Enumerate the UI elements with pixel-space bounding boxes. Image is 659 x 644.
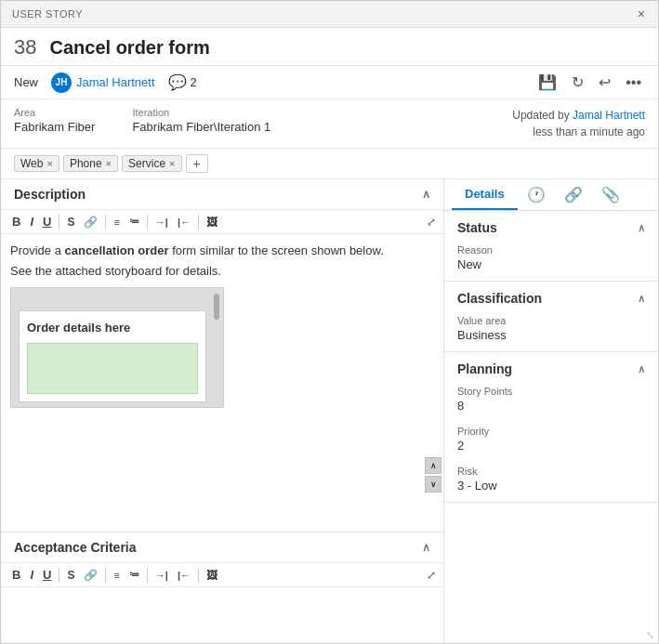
status-header[interactable]: Status ∧ [444, 211, 658, 241]
tag-web-remove[interactable]: × [46, 159, 52, 169]
link-button[interactable]: 🔗 [80, 215, 101, 230]
priority-label: Priority [457, 426, 645, 437]
resize-handle[interactable]: ⤡ [646, 629, 654, 641]
scrollbar-thumb [214, 294, 219, 320]
storyboard-inner: Order details here [19, 310, 206, 402]
criteria-italic-button[interactable]: I [26, 567, 37, 583]
right-panel: Details 🕐 🔗 📎 Status ∧ Reason New [444, 179, 658, 643]
description-section: Description ∧ B I U S 🔗 ≡ ≔ →| |← [1, 179, 443, 532]
meta-row: Area Fabrikam Fiber Iteration Fabrikam F… [1, 99, 658, 149]
dialog-header: USER STORY × [1, 1, 658, 28]
story-title: Cancel order form [49, 37, 209, 59]
criteria-link-button[interactable]: 🔗 [80, 568, 101, 583]
tag-phone-label: Phone [70, 157, 102, 170]
tag-service-label: Service [128, 157, 165, 170]
close-button[interactable]: × [636, 7, 647, 21]
toolbar-sep-2 [105, 215, 106, 230]
add-tag-button[interactable]: + [186, 154, 208, 173]
iteration-label: Iteration [132, 107, 270, 118]
description-chevron: ∧ [422, 188, 430, 201]
area-label: Area [14, 107, 95, 118]
right-tabs: Details 🕐 🔗 📎 [444, 179, 658, 211]
updated-by-name: Jamal Hartnett [573, 109, 645, 122]
toolbar-sep-4 [198, 215, 199, 230]
assignee-field[interactable]: JH Jamal Hartnett [51, 72, 155, 93]
criteria-content[interactable] [1, 587, 443, 643]
tag-web-label: Web [20, 157, 43, 170]
more-button[interactable]: ••• [622, 72, 645, 93]
description-editor-toolbar: B I U S 🔗 ≡ ≔ →| |← 🖼 ⤢ [1, 209, 443, 234]
tag-phone-remove[interactable]: × [106, 159, 112, 169]
reason-label: Reason [457, 244, 645, 256]
tab-attach-icon[interactable]: 📎 [592, 179, 629, 210]
comment-button[interactable]: 💬 2 [168, 73, 197, 91]
toolbar-sep-3 [147, 215, 148, 230]
description-text-p2: See the attached storyboard for details. [10, 262, 434, 281]
area-value: Fabrikam Fiber [14, 120, 95, 134]
criteria-underline-button[interactable]: U [39, 567, 55, 583]
left-panel: Description ∧ B I U S 🔗 ≡ ≔ →| |← [1, 179, 444, 643]
story-number: 38 [14, 35, 36, 59]
comment-count: 2 [191, 75, 197, 89]
strikethrough-button[interactable]: S [63, 215, 78, 230]
value-area-value: Business [457, 328, 645, 342]
dialog-type-label: USER STORY [12, 8, 83, 20]
criteria-image-button[interactable]: 🖼 [203, 568, 221, 583]
refresh-button[interactable]: ↻ [568, 72, 587, 93]
ol-button[interactable]: ≡ [110, 216, 123, 229]
tag-web: Web × [14, 155, 59, 172]
tab-details[interactable]: Details [452, 179, 518, 210]
criteria-ul-button[interactable]: ≔ [125, 568, 143, 582]
tag-service-remove[interactable]: × [169, 159, 175, 169]
criteria-outdent-button[interactable]: |← [174, 569, 194, 582]
updated-by-text: Updated by Jamal Hartnett [512, 107, 645, 124]
title-row: 38 Cancel order form [1, 28, 658, 66]
storyboard-image: Order details here [10, 287, 224, 408]
priority-value: 2 [457, 439, 645, 453]
assignee-name: Jamal Hartnett [76, 75, 155, 89]
priority-field: Priority 2 [444, 422, 658, 462]
storyboard-title: Order details here [27, 319, 198, 337]
iteration-value: Fabrikam Fiber\Iteration 1 [132, 120, 270, 134]
tab-link-icon[interactable]: 🔗 [555, 179, 592, 210]
reason-field: Reason New [444, 241, 658, 281]
criteria-editor-toolbar: B I U S 🔗 ≡ ≔ →| |← 🖼 ⤢ [1, 562, 443, 587]
classification-header[interactable]: Classification ∧ [444, 282, 658, 311]
classification-label: Classification [457, 291, 542, 306]
indent-button[interactable]: →| [152, 216, 172, 229]
criteria-expand-button[interactable]: ⤢ [427, 569, 436, 582]
status-section: Status ∧ Reason New [444, 211, 658, 282]
content-area: Description ∧ B I U S 🔗 ≡ ≔ →| |← [1, 179, 658, 643]
description-text-p1: Provide a cancellation order form simila… [10, 242, 434, 260]
ul-button[interactable]: ≔ [125, 215, 143, 229]
area-block: Area Fabrikam Fiber [14, 107, 95, 134]
criteria-header[interactable]: Acceptance Criteria ∧ [1, 532, 443, 562]
iteration-block: Iteration Fabrikam Fiber\Iteration 1 [132, 107, 270, 134]
undo-button[interactable]: ↩ [595, 72, 614, 93]
criteria-ol-button[interactable]: ≡ [110, 569, 123, 582]
toolbar-sep-1 [59, 215, 59, 230]
description-label: Description [14, 187, 86, 202]
bold-button[interactable]: B [8, 214, 24, 230]
save-button[interactable]: 💾 [534, 72, 560, 93]
scroll-up-btn[interactable]: ∧ [425, 457, 442, 474]
italic-button[interactable]: I [26, 214, 37, 230]
scroll-down-btn[interactable]: ∨ [425, 476, 442, 493]
criteria-s-button[interactable]: S [63, 568, 78, 583]
planning-section: Planning ∧ Story Points 8 Priority 2 Ris… [444, 352, 658, 503]
toolbar-actions: 💾 ↻ ↩ ••• [534, 72, 645, 93]
underline-button[interactable]: U [39, 214, 55, 230]
tag-service: Service × [122, 155, 181, 172]
image-button[interactable]: 🖼 [203, 215, 221, 230]
description-content[interactable]: Provide a cancellation order form simila… [1, 234, 443, 532]
tags-row: Web × Phone × Service × + [1, 149, 658, 179]
classification-section: Classification ∧ Value area Business [444, 282, 658, 352]
expand-button[interactable]: ⤢ [427, 216, 436, 229]
outdent-button[interactable]: |← [174, 216, 194, 229]
description-header[interactable]: Description ∧ [1, 179, 443, 209]
criteria-indent-button[interactable]: →| [152, 569, 172, 582]
planning-header[interactable]: Planning ∧ [444, 352, 658, 382]
tab-history-icon[interactable]: 🕐 [518, 179, 555, 210]
criteria-bold-button[interactable]: B [8, 567, 24, 583]
risk-field: Risk 3 - Low [444, 462, 658, 502]
